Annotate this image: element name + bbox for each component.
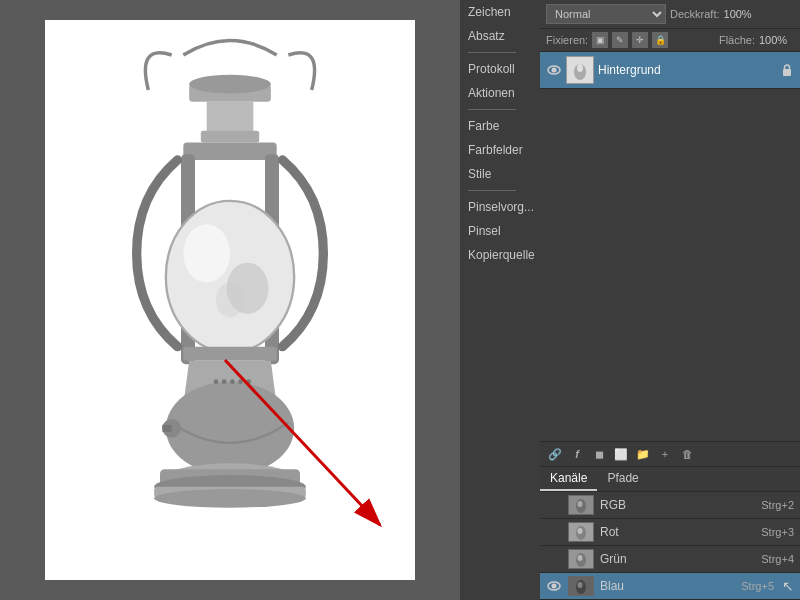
menu-divider-9 (468, 190, 516, 191)
channel-row-rgb[interactable]: RGBStrg+2 (540, 492, 800, 519)
svg-point-35 (578, 501, 583, 507)
fix-row: Fixieren: ▣ ✎ ✛ 🔒 Fläche: 100% (540, 29, 800, 52)
svg-point-28 (552, 68, 557, 73)
mask-icon[interactable]: ⬜ (612, 445, 630, 463)
svg-rect-14 (162, 425, 171, 432)
svg-point-12 (166, 382, 294, 475)
channel-shortcut-rot: Strg+3 (761, 526, 794, 538)
channel-row-rot[interactable]: RotStrg+3 (540, 519, 800, 546)
channel-shortcut-blau: Strg+5 (741, 580, 774, 592)
tab-kanale[interactable]: Kanäle (540, 467, 597, 491)
svg-point-21 (222, 379, 227, 384)
svg-point-8 (183, 224, 230, 282)
canvas-area (0, 0, 460, 600)
blend-mode-row: Normal Multiply Screen Deckkraft: 100% (540, 0, 800, 29)
menu-item-farbe[interactable]: Farbe (460, 114, 540, 138)
svg-rect-11 (183, 347, 276, 361)
channel-name-rgb: RGB (600, 498, 755, 512)
new-layer-icon[interactable]: + (656, 445, 674, 463)
menu-item-stile[interactable]: Stile (460, 162, 540, 186)
layer-name: Hintergrund (598, 63, 776, 77)
svg-rect-3 (201, 131, 259, 143)
menu-item-pinsel[interactable]: Pinsel (460, 219, 540, 243)
channel-name-grün: Grün (600, 552, 755, 566)
channel-name-blau: Blau (600, 579, 735, 593)
svg-point-23 (238, 379, 243, 384)
tab-pfade[interactable]: Pfade (597, 467, 648, 491)
right-panel: Normal Multiply Screen Deckkraft: 100% F… (540, 0, 800, 600)
channel-thumb-grün (568, 549, 594, 569)
layers-spacer (540, 89, 800, 441)
lantern-image (45, 20, 415, 580)
channel-thumb-rgb (568, 495, 594, 515)
channel-eye-grün[interactable] (546, 551, 562, 567)
fx-icon[interactable]: f (568, 445, 586, 463)
layer-visibility-eye[interactable] (546, 62, 562, 78)
svg-point-41 (578, 555, 583, 561)
menu-item-kopierquelle[interactable]: Kopierquelle (460, 243, 540, 267)
flaeche-label: Fläche: (719, 34, 755, 46)
channel-shortcut-grün: Strg+4 (761, 553, 794, 565)
channel-eye-blau[interactable] (546, 578, 562, 594)
channels-tabs: Kanäle Pfade (540, 467, 800, 492)
menu-item-farbfelder[interactable]: Farbfelder (460, 138, 540, 162)
svg-point-46 (578, 582, 583, 588)
layer-lock-icon (780, 63, 794, 77)
svg-point-20 (214, 379, 219, 384)
svg-point-10 (216, 283, 244, 318)
channel-row-blau[interactable]: BlauStrg+5↖ (540, 573, 800, 600)
app-window: ZeichenAbsatzProtokollAktionenFarbeFarbf… (0, 0, 800, 600)
canvas-document (45, 20, 415, 580)
opacity-label: Deckkraft: (670, 8, 720, 20)
fix-all-icon[interactable]: 🔒 (652, 32, 668, 48)
menu-item-absatz[interactable]: Absatz (460, 24, 540, 48)
svg-rect-32 (783, 69, 791, 76)
svg-rect-4 (183, 143, 276, 161)
channel-thumb-rot (568, 522, 594, 542)
menu-divider-2 (468, 52, 516, 53)
menu-item-aktionen[interactable]: Aktionen (460, 81, 540, 105)
menu-item-pinselvorg[interactable]: Pinselvorg... (460, 195, 540, 219)
channel-eye-rot[interactable] (546, 524, 562, 540)
channel-name-rot: Rot (600, 525, 755, 539)
group-icon[interactable]: 📁 (634, 445, 652, 463)
link-icon[interactable]: 🔗 (546, 445, 564, 463)
cursor-icon: ↖ (782, 578, 794, 594)
svg-point-43 (552, 584, 557, 589)
menu-item-protokoll[interactable]: Protokoll (460, 57, 540, 81)
blend-mode-select[interactable]: Normal Multiply Screen (546, 4, 666, 24)
channels-list: RGBStrg+2 RotStrg+3 GrünStrg+4 BlauStrg+… (540, 492, 800, 600)
panel-menu: ZeichenAbsatzProtokollAktionenFarbeFarbf… (460, 0, 540, 600)
menu-list: ZeichenAbsatzProtokollAktionenFarbeFarbf… (460, 0, 540, 267)
delete-icon[interactable]: 🗑 (678, 445, 696, 463)
layer-thumbnail (566, 56, 594, 84)
channel-shortcut-rgb: Strg+2 (761, 499, 794, 511)
layer-row-hintergrund[interactable]: Hintergrund (540, 52, 800, 89)
fix-move-icon[interactable]: ✛ (632, 32, 648, 48)
layer-style-icon[interactable]: ◼ (590, 445, 608, 463)
svg-point-22 (230, 379, 235, 384)
menu-item-zeichen[interactable]: Zeichen (460, 0, 540, 24)
svg-point-31 (577, 64, 583, 72)
panel-toolbar: 🔗 f ◼ ⬜ 📁 + 🗑 (540, 441, 800, 467)
fix-brush-icon[interactable]: ✎ (612, 32, 628, 48)
fix-label: Fixieren: (546, 34, 588, 46)
flaeche-value: 100% (759, 34, 794, 46)
opacity-value: 100% (724, 8, 759, 20)
svg-point-19 (154, 489, 306, 508)
channel-eye-rgb[interactable] (546, 497, 562, 513)
channel-row-grün[interactable]: GrünStrg+4 (540, 546, 800, 573)
svg-point-38 (578, 528, 583, 534)
menu-divider-5 (468, 109, 516, 110)
fix-transparent-icon[interactable]: ▣ (592, 32, 608, 48)
svg-point-1 (189, 75, 271, 94)
channel-thumb-blau (568, 576, 594, 596)
svg-point-24 (246, 379, 251, 384)
